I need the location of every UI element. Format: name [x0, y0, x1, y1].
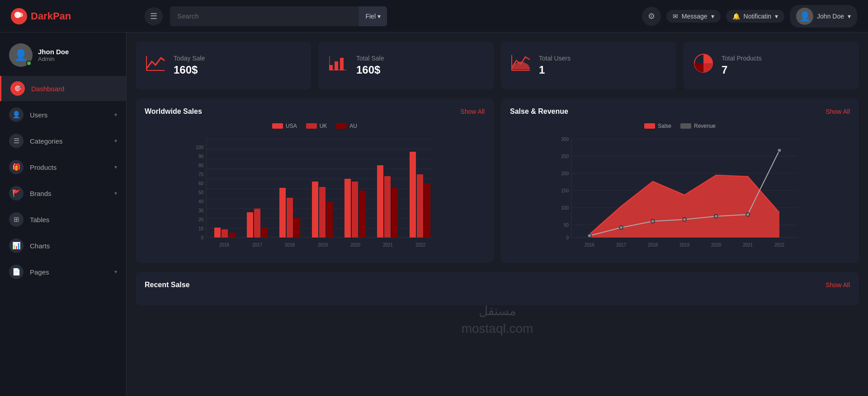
sidebar-item-categories[interactable]: ☰ Categories ▾ [0, 128, 126, 154]
brand: DarkPan [11, 8, 137, 24]
hamburger-button[interactable]: ☰ [145, 7, 163, 25]
svg-text:2016: 2016 [219, 242, 230, 247]
search-input[interactable] [170, 6, 359, 26]
brand-icon [11, 8, 27, 24]
svg-point-85 [778, 149, 781, 152]
svg-rect-41 [279, 188, 286, 238]
chevron-down-icon: ▾ [114, 112, 117, 118]
sidebar-item-products[interactable]: 🎁 Products ▾ [0, 154, 126, 180]
user-dropdown[interactable]: 👤 John Doe ▾ [790, 5, 857, 28]
total-users-icon [510, 52, 532, 79]
sidebar-avatar: 👤 [9, 43, 33, 67]
svg-rect-49 [359, 191, 365, 238]
hamburger-icon: ☰ [150, 11, 157, 21]
svg-text:2019: 2019 [318, 242, 328, 247]
svg-rect-46 [326, 201, 333, 238]
categories-icon: ☰ [9, 134, 24, 148]
svg-text:2020: 2020 [711, 242, 722, 247]
svg-rect-55 [424, 183, 430, 238]
bell-icon: 🔔 [732, 13, 740, 20]
legend-sales: Salse [644, 123, 671, 129]
search-wrap: Fiel ▾ [170, 6, 387, 26]
svg-text:250: 250 [561, 154, 569, 159]
svg-text:30: 30 [198, 208, 204, 213]
sidebar-user-role: Admin [38, 56, 69, 62]
svg-rect-37 [229, 233, 235, 238]
svg-rect-7 [329, 56, 330, 70]
svg-rect-36 [222, 229, 228, 238]
stat-card-total-sale: Total Sale 160$ [318, 42, 494, 89]
svg-point-82 [683, 218, 686, 221]
sidebar-label-brands: Brands [30, 190, 52, 197]
total-products-value: 7 [722, 64, 762, 76]
chevron-down-icon: ▾ [114, 269, 117, 275]
sidebar: 👤 Jhon Doe Admin 🎯 Dashboard 👤 Users [0, 33, 127, 396]
sales-revenue-card: Salse & Revenue Show All Salse Revenue [501, 98, 859, 263]
charts-icon: 📊 [9, 238, 24, 253]
svg-point-84 [746, 213, 750, 216]
sidebar-item-tables[interactable]: ⊞ Tables [0, 207, 126, 232]
svg-rect-40 [261, 228, 268, 238]
settings-button[interactable]: ⚙ [642, 7, 661, 26]
total-products-icon [693, 52, 714, 79]
sidebar-item-dashboard[interactable]: 🎯 Dashboard [0, 76, 126, 101]
total-sale-icon [327, 52, 349, 79]
chevron-down-icon: ▾ [848, 13, 851, 20]
svg-text:10: 10 [198, 226, 204, 231]
total-users-label: Total Users [539, 55, 571, 62]
svg-rect-52 [392, 188, 398, 238]
svg-rect-39 [254, 209, 260, 238]
today-sale-value: 160$ [174, 64, 205, 76]
svg-rect-54 [417, 174, 423, 238]
sidebar-label-pages: Pages [30, 268, 49, 276]
svg-text:2017: 2017 [252, 242, 263, 247]
svg-point-80 [619, 226, 623, 229]
sales-revenue-show-all[interactable]: Show All [826, 108, 850, 115]
svg-text:70: 70 [198, 172, 204, 177]
notification-dropdown[interactable]: 🔔 Notificatin ▾ [726, 10, 784, 23]
svg-text:50: 50 [198, 190, 204, 195]
topnav: DarkPan ☰ Fiel ▾ ⚙ ✉ Message ▾ 🔔 Notific… [0, 0, 868, 33]
sidebar-user: 👤 Jhon Doe Admin [0, 40, 126, 76]
svg-point-79 [588, 234, 591, 238]
sidebar-item-users[interactable]: 👤 Users ▾ [0, 102, 126, 127]
search-filter-button[interactable]: Fiel ▾ [359, 6, 387, 26]
message-icon: ✉ [673, 13, 678, 20]
svg-text:90: 90 [198, 154, 204, 159]
svg-text:2018: 2018 [648, 242, 658, 247]
recent-sales-show-all[interactable]: Show All [826, 281, 850, 289]
svg-text:2016: 2016 [585, 242, 595, 247]
stat-cards: Today Sale 160$ Total Sale [136, 42, 859, 89]
sidebar-item-brands[interactable]: 🚩 Brands ▾ [0, 181, 126, 206]
sidebar-label-categories: Categories [30, 137, 63, 145]
nav-icons: ⚙ ✉ Message ▾ 🔔 Notificatin ▾ 👤 John Doe… [642, 5, 857, 28]
svg-text:2018: 2018 [285, 242, 295, 247]
svg-text:2021: 2021 [383, 242, 393, 247]
worldwide-sales-show-all[interactable]: Show All [460, 108, 485, 115]
svg-text:0: 0 [566, 235, 569, 240]
svg-text:2019: 2019 [679, 242, 690, 247]
svg-rect-8 [329, 70, 346, 70]
svg-text:0: 0 [201, 235, 203, 240]
sales-revenue-svg: 0 50 100 150 200 250 300 [510, 135, 850, 252]
svg-text:2021: 2021 [743, 242, 753, 247]
svg-text:300: 300 [561, 137, 569, 142]
sidebar-label-users: Users [30, 111, 47, 119]
svg-text:60: 60 [198, 181, 204, 186]
svg-point-81 [651, 219, 655, 223]
sidebar-item-pages[interactable]: 📄 Pages ▾ [0, 259, 126, 284]
svg-rect-48 [352, 182, 358, 238]
sidebar-label-dashboard: Dashboard [31, 85, 64, 93]
worldwide-sales-chart: 0 10 20 30 40 50 60 70 80 90 100 [145, 135, 485, 254]
total-products-label: Total Products [722, 55, 762, 62]
chevron-down-icon: ▾ [114, 164, 117, 170]
sidebar-item-charts[interactable]: 📊 Charts [0, 233, 126, 258]
svg-rect-35 [214, 228, 221, 238]
recent-sales-title: Recent Salse [145, 281, 190, 289]
pages-icon: 📄 [9, 265, 24, 279]
svg-text:150: 150 [561, 188, 569, 193]
message-dropdown[interactable]: ✉ Message ▾ [666, 10, 721, 23]
svg-text:200: 200 [561, 171, 569, 176]
total-sale-label: Total Sale [356, 55, 384, 62]
sales-revenue-legend: Salse Revenue [510, 123, 850, 129]
